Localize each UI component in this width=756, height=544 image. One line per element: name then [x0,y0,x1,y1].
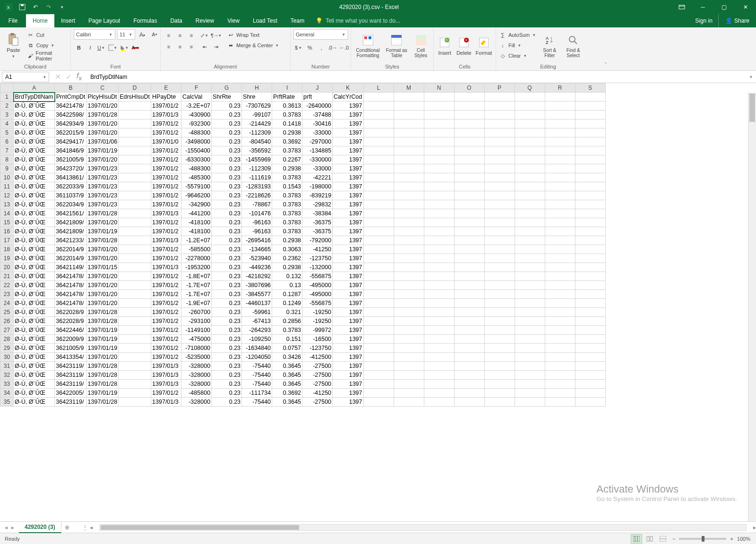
cell[interactable] [394,155,424,164]
cell[interactable]: 0.321 [272,308,302,317]
cell[interactable]: 1397 [333,128,363,137]
decrease-font-icon[interactable]: A▾ [149,29,160,40]
cell[interactable]: -2218626 [242,191,272,200]
cell[interactable]: 1397/01/2 [151,173,181,182]
cell[interactable]: Ø-Ù, Ø¨ÛŒ [14,191,55,200]
cell[interactable] [424,326,454,335]
cell[interactable] [515,209,545,218]
cell[interactable] [545,209,575,218]
cell[interactable]: -441200 [181,209,212,218]
cell[interactable]: -109250 [242,335,272,344]
cell[interactable] [575,308,605,317]
cell[interactable]: -27500 [302,362,333,371]
cell[interactable]: 0.23 [212,191,242,200]
comma-icon[interactable]: , [316,42,326,53]
cell[interactable] [454,236,484,245]
cell[interactable] [484,254,515,263]
cell[interactable]: Ø-Ù, Ø¨ÛŒ [14,353,55,362]
cell[interactable] [484,362,515,371]
cell[interactable]: 36413354/ [55,353,86,362]
cell[interactable]: BrdTypDtlNam [14,93,55,102]
cell[interactable] [119,173,151,182]
zoom-in-icon[interactable]: + [730,536,733,542]
cell[interactable]: -33000 [302,128,333,137]
cell[interactable]: 0.3645 [272,398,302,407]
cell[interactable] [363,371,394,380]
cell[interactable] [363,389,394,398]
cell[interactable] [515,335,545,344]
cell[interactable]: 0.3783 [272,173,302,182]
cell[interactable] [545,245,575,254]
cell[interactable] [575,353,605,362]
cell[interactable] [515,344,545,353]
cell[interactable]: 1397 [333,200,363,209]
tab-data[interactable]: Data [163,14,189,27]
cell[interactable] [484,209,515,218]
cell[interactable] [363,263,394,272]
cell[interactable] [484,398,515,407]
cell[interactable] [484,245,515,254]
cell[interactable] [424,236,454,245]
cell[interactable]: -134885 [302,146,333,155]
cell[interactable]: -264293 [242,326,272,335]
cell[interactable] [575,119,605,128]
cell[interactable] [454,272,484,281]
cell[interactable]: 0.3692 [272,137,302,146]
cell[interactable] [515,173,545,182]
cell[interactable]: 0.23 [212,290,242,299]
cell[interactable] [119,362,151,371]
cell[interactable]: Ø-Ù, Ø¨ÛŒ [14,164,55,173]
cell[interactable]: -30416 [302,119,333,128]
cell[interactable]: -297000 [302,137,333,146]
cell[interactable] [575,146,605,155]
sign-in-button[interactable]: Sign in [689,14,718,27]
cell[interactable]: -67413 [242,317,272,326]
cell[interactable]: -19250 [302,317,333,326]
cell[interactable] [363,326,394,335]
select-all-corner[interactable] [0,84,14,93]
cell[interactable]: 1397/01/3 [151,380,181,389]
cell[interactable]: 36421233/ [55,236,86,245]
cell[interactable]: CalcYrCod [333,93,363,102]
cell[interactable] [515,227,545,236]
row-header[interactable]: 9 [0,164,14,173]
cell[interactable]: 0.2938 [272,128,302,137]
cell[interactable]: -38384 [302,209,333,218]
cell[interactable]: 1397/01/2 [151,182,181,191]
cell[interactable] [515,362,545,371]
wrap-text-button[interactable]: ↩Wrap Text [227,30,280,40]
cell[interactable]: 1397/01/28 [86,380,119,389]
cell[interactable] [515,398,545,407]
cell[interactable] [545,191,575,200]
cell[interactable]: 1397 [333,353,363,362]
cell[interactable]: Ø-Ù, Ø¨ÛŒ [14,398,55,407]
formula-input[interactable]: BrdTypDtlNam [87,74,746,80]
orientation-icon[interactable]: ⤢▾ [199,30,210,41]
cell[interactable] [545,137,575,146]
cell[interactable]: 1397/01/2 [151,281,181,290]
cell[interactable] [484,164,515,173]
cell[interactable]: 1397/01/2 [151,290,181,299]
cell[interactable]: 0.23 [212,182,242,191]
cell[interactable]: 1397 [333,281,363,290]
cell[interactable] [515,389,545,398]
cell[interactable] [394,137,424,146]
column-header[interactable]: L [363,84,394,93]
cell[interactable] [545,371,575,380]
cell[interactable] [575,389,605,398]
cell[interactable]: 1397/01/2 [151,299,181,308]
cell[interactable] [424,110,454,119]
cell[interactable]: 1397/01/3 [151,236,181,245]
name-box[interactable]: A1▾ [2,72,49,82]
autosum-button[interactable]: ∑AutoSum▾ [499,30,536,40]
cell[interactable]: -123750 [302,344,333,353]
cell[interactable]: 36423119/ [55,371,86,380]
column-header[interactable]: M [394,84,424,93]
row-header[interactable]: 8 [0,155,14,164]
cell[interactable]: -41250 [302,245,333,254]
cell[interactable]: -123750 [302,254,333,263]
cell[interactable] [545,389,575,398]
cell[interactable] [363,272,394,281]
cell[interactable] [424,93,454,102]
cell[interactable] [575,236,605,245]
